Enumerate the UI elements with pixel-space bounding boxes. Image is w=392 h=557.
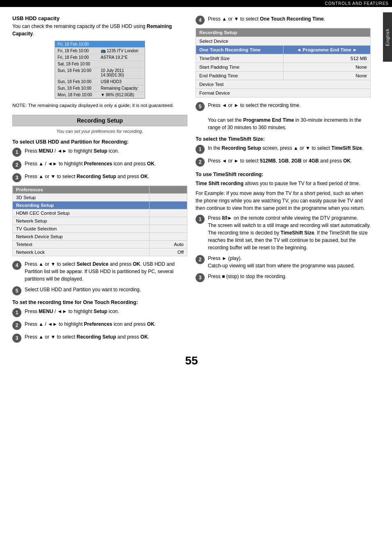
rec-menu-nav: ◄ Programme End Time ► <box>284 46 371 54</box>
step-text-5-right: Press ◄ or ► to select the recording tim… <box>208 102 371 131</box>
step-num-2: 2 <box>12 160 21 169</box>
right-column: 4 Press ▲ or ▼ to select One Touch Recor… <box>196 15 371 346</box>
header-title: CONTROLS AND FEATURES <box>325 1 389 6</box>
menu-row-recording-setup: Recording Setup <box>13 201 187 209</box>
step-num-4-right: 4 <box>196 16 205 25</box>
step-text-3: Press ▲ or ▼ to select Recording Setup a… <box>25 173 187 180</box>
step-1-tsr: 1 Press II/I► on the remote control whil… <box>196 214 371 251</box>
menu-row: 3D Setup <box>13 193 187 201</box>
rec-menu-label: One Touch Recording Time <box>196 46 284 54</box>
step-text-2-ts: Press ◄ or ► to select 512MB, 1GB, 2GB o… <box>208 157 371 165</box>
screenshot-row: Sun, 18 Feb 10:00 USB HDD3 <box>55 79 145 85</box>
step-num-3-ot: 3 <box>12 334 21 343</box>
preferences-menu: Preferences 3D Setup Recording Setup HDM… <box>12 186 187 256</box>
rec-menu-label: Device Test <box>196 80 371 89</box>
step-text-1-ts: In the Recording Setup screen, press ▲ o… <box>208 144 371 152</box>
step-1-ot: 1 Press MENU / ◄► to highlight Setup ico… <box>12 308 187 317</box>
rec-menu-row: End Padding Time None <box>196 72 371 80</box>
usb-screenshot: Fri, 18 Feb 10:00 Fri, 18 Feb 10:00 📺 12… <box>55 41 145 99</box>
step-num-1: 1 <box>12 148 21 157</box>
step-num-2-ot: 2 <box>12 321 21 330</box>
screenshot-row: Sun, 18 Feb 10:00 Remaining Capacity: <box>55 85 145 92</box>
recording-setup-subtitle: You can set your preferences for recordi… <box>12 128 187 135</box>
menu-label: Recording Setup <box>13 201 150 209</box>
menu-row: TV Guide Selection <box>13 225 187 232</box>
screenshot-row: Mon, 18 Feb 10:00 ▼ 86% (912.0GB) <box>55 92 145 98</box>
menu-row: Network Setup <box>13 217 187 225</box>
page-number: 55 <box>12 354 371 367</box>
step-text-3-tsr: Press ■ (stop) to stop the recording. <box>208 273 371 280</box>
step-3-tsr: 3 Press ■ (stop) to stop the recording. <box>196 273 371 282</box>
rec-menu-value: 512 MB <box>284 54 371 63</box>
rec-menu-label: Start Padding Time <box>196 63 284 72</box>
menu-label: 3D Setup <box>13 193 150 201</box>
usb-note: NOTE: The remaining capacity displayed i… <box>12 102 187 109</box>
menu-row: Network Lock Off <box>13 248 187 256</box>
rec-menu-row: Start Padding Time None <box>196 63 371 72</box>
step-5-right: 5 Press ◄ or ► to select the recording t… <box>196 102 371 131</box>
rec-menu-label: Recording Setup <box>196 28 371 37</box>
step-2: 2 Press ▲ / ◄► to highlight Preferences … <box>12 160 187 169</box>
menu-label: Network Setup <box>13 217 150 225</box>
screenshot-row: Sat, 18 Feb 10:00 <box>55 61 145 67</box>
rec-menu-row: Select Device <box>196 37 371 46</box>
rec-menu-label: Format Device <box>196 89 371 97</box>
step-3: 3 Press ▲ or ▼ to select Recording Setup… <box>12 173 187 182</box>
rec-menu-row: Format Device <box>196 89 371 97</box>
step-text-2: Press ▲ / ◄► to highlight Preferences ic… <box>25 160 187 167</box>
step-num-3: 3 <box>12 173 21 182</box>
step-1: 1 Press MENU / ◄► to highlight Setup ico… <box>12 147 187 157</box>
timeshift-size-title: To select the TimeShift Size: <box>196 136 371 142</box>
step-num-1-tsr: 1 <box>196 215 205 224</box>
step-text-2-tsr: Press ► (play).Catch-up viewing will sta… <box>208 255 371 269</box>
usb-hdd-title: USB HDD capacity <box>12 15 187 21</box>
menu-label: Network Device Setup <box>13 232 150 240</box>
step-num-1-ot: 1 <box>12 308 21 317</box>
screenshot-row: Fri, 18 Feb 10:00 📺 1235 ITV London <box>55 48 145 54</box>
rec-menu-label: TimeShift Size <box>196 54 284 63</box>
language-tab: English <box>383 12 392 62</box>
timeshift-intro: Time Shift recording allows you to pause… <box>196 180 371 187</box>
page-header: CONTROLS AND FEATURES <box>0 0 392 7</box>
rec-menu-value: None <box>284 72 371 80</box>
screenshot-row: Fri, 18 Feb 10:00 ASTRA 19.2°E <box>55 54 145 61</box>
step-2-ts: 2 Press ◄ or ► to select 512MB, 1GB, 2GB… <box>196 157 371 167</box>
step-text-3-ot: Press ▲ or ▼ to select Recording Setup a… <box>25 333 187 341</box>
step-3-ot: 3 Press ▲ or ▼ to select Recording Setup… <box>12 333 187 343</box>
menu-label: HDMI CEC Control Setup <box>13 209 150 217</box>
menu-label: TV Guide Selection <box>13 225 150 232</box>
step-4-right: 4 Press ▲ or ▼ to select One Touch Recor… <box>196 15 371 25</box>
step-num-2-ts: 2 <box>196 158 205 167</box>
screenshot-header-row: Fri, 18 Feb 10:00 <box>55 41 145 48</box>
step-text-2-ot: Press ▲ / ◄► to highlight Preferences ic… <box>25 320 187 328</box>
step-num-3-tsr: 3 <box>196 273 205 282</box>
main-content: USB HDD capacity You can check the remai… <box>0 7 392 376</box>
step-num-5: 5 <box>12 286 21 295</box>
step-text-4: Press ▲ or ▼ to select Select Device and… <box>25 260 187 283</box>
one-touch-title: To set the recording time for One Touch … <box>12 299 187 305</box>
rec-menu-value: None <box>284 63 371 72</box>
rec-menu-row: Device Test <box>196 80 371 89</box>
step-5-usb: 5 Select USB HDD and Partition you want … <box>12 286 187 295</box>
step-num-1-ts: 1 <box>196 145 205 154</box>
step-text-5: Select USB HDD and Partition you want to… <box>25 286 187 293</box>
timeshift-example: For Example: If you move away from the T… <box>196 190 371 212</box>
menu-label: Network Lock <box>13 248 150 256</box>
menu-row: Teletext Auto <box>13 240 187 248</box>
rec-menu-row-highlight: One Touch Recording Time ◄ Programme End… <box>196 46 371 54</box>
step-text-4-right: Press ▲ or ▼ to select One Touch Recordi… <box>208 15 371 23</box>
menu-row-header: Preferences <box>13 186 187 193</box>
timeshift-recording-title: To use TimeShift recording: <box>196 172 371 177</box>
usb-hdd-desc: You can check the remaining capacity of … <box>12 23 187 37</box>
screenshot-row: Sun, 18 Feb 10:00 10 July 2011 14:30(01:… <box>55 67 145 79</box>
rec-menu-row: TimeShift Size 512 MB <box>196 54 371 63</box>
two-column-layout: USB HDD capacity You can check the remai… <box>12 15 371 346</box>
rec-menu-header: Recording Setup <box>196 28 371 37</box>
step-1-ts: 1 In the Recording Setup screen, press ▲… <box>196 144 371 154</box>
step-2-ot: 2 Press ▲ / ◄► to highlight Preferences … <box>12 320 187 330</box>
rec-setup-menu: Recording Setup Select Device One Touch … <box>196 28 371 97</box>
step-num-4: 4 <box>12 261 21 270</box>
rec-menu-label: End Padding Time <box>196 72 284 80</box>
step-text-1: Press MENU / ◄► to highlight Setup icon. <box>25 147 187 155</box>
step-4-usb: 4 Press ▲ or ▼ to select Select Device a… <box>12 260 187 283</box>
